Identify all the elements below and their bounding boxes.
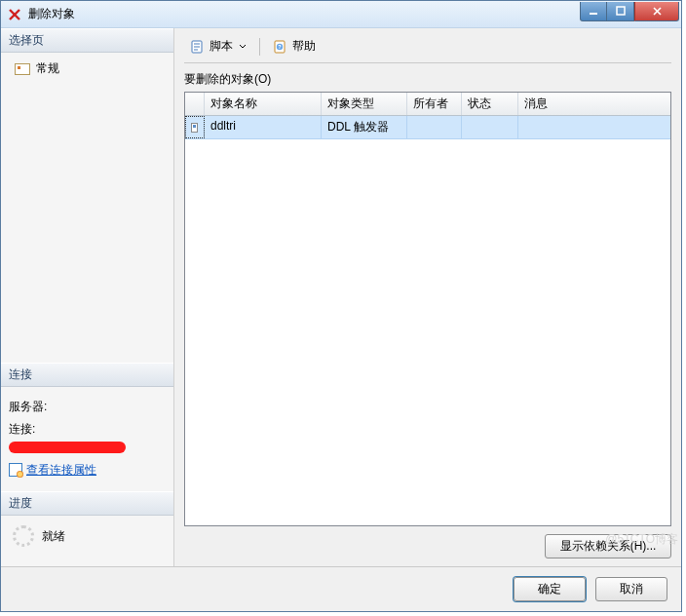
progress-body: 就绪 bbox=[1, 516, 173, 566]
help-button[interactable]: ? 帮助 bbox=[269, 36, 320, 57]
server-field: 服务器: bbox=[9, 399, 166, 415]
objects-grid[interactable]: 对象名称 对象类型 所有者 状态 消息 ddltri DDL 触发器 bbox=[184, 92, 671, 526]
window-controls bbox=[580, 2, 679, 21]
row-icon-cell bbox=[185, 116, 205, 138]
connection-header: 连接 bbox=[1, 363, 173, 387]
cell-name: ddltri bbox=[205, 116, 322, 138]
grid-header: 对象名称 对象类型 所有者 状态 消息 bbox=[185, 93, 670, 116]
sidebar: 选择页 常规 连接 服务器: 连接: bbox=[1, 28, 174, 566]
select-page-header: 选择页 bbox=[1, 28, 173, 53]
object-icon bbox=[191, 123, 198, 133]
cell-msg bbox=[518, 116, 670, 138]
maximize-button[interactable] bbox=[607, 2, 634, 21]
table-row[interactable]: ddltri DDL 触发器 bbox=[185, 116, 670, 139]
toolbar: 脚本 ? 帮助 bbox=[184, 34, 671, 63]
progress-spinner-icon bbox=[13, 525, 34, 547]
col-state[interactable]: 状态 bbox=[462, 93, 518, 115]
objects-to-delete-label: 要删除的对象(O) bbox=[184, 71, 671, 88]
chevron-down-icon bbox=[239, 43, 247, 51]
delete-object-dialog: 删除对象 选择页 常规 连接 服务器: 连接: bbox=[0, 0, 682, 612]
sidebar-item-label: 常规 bbox=[36, 60, 59, 77]
script-button[interactable]: 脚本 bbox=[186, 36, 250, 57]
properties-icon bbox=[9, 463, 22, 477]
help-icon: ? bbox=[273, 39, 288, 55]
link-label: 查看连接属性 bbox=[26, 462, 96, 479]
connection-value-redacted bbox=[9, 442, 126, 453]
dialog-body: 选择页 常规 连接 服务器: 连接: bbox=[1, 28, 681, 566]
dialog-footer: 确定 取消 bbox=[1, 566, 681, 611]
main-panel: 脚本 ? 帮助 要删除的对象(O) 对象名 bbox=[174, 28, 681, 566]
connection-label: 连接: bbox=[9, 421, 166, 438]
window-title: 删除对象 bbox=[28, 6, 580, 22]
toolbar-separator bbox=[259, 38, 260, 56]
close-button[interactable] bbox=[634, 2, 679, 21]
connection-body: 服务器: 连接: 查看连接属性 bbox=[1, 387, 173, 492]
minimize-button[interactable] bbox=[580, 2, 607, 21]
grid-footer: 显示依赖关系(H)... bbox=[184, 526, 671, 558]
cell-type: DDL 触发器 bbox=[322, 116, 407, 138]
sidebar-item-general[interactable]: 常规 bbox=[9, 58, 166, 79]
col-object-type[interactable]: 对象类型 bbox=[322, 93, 407, 115]
view-conn-props-row: 查看连接属性 bbox=[9, 462, 166, 481]
col-message[interactable]: 消息 bbox=[518, 93, 670, 115]
cell-state bbox=[462, 116, 518, 138]
svg-rect-3 bbox=[617, 7, 625, 15]
cell-owner bbox=[407, 116, 462, 138]
server-label: 服务器: bbox=[9, 399, 166, 415]
titlebar[interactable]: 删除对象 bbox=[1, 1, 681, 28]
col-object-name[interactable]: 对象名称 bbox=[205, 93, 322, 115]
page-list: 常规 bbox=[1, 53, 173, 363]
show-dependencies-button[interactable]: 显示依赖关系(H)... bbox=[545, 534, 671, 558]
col-icon[interactable] bbox=[185, 93, 205, 115]
script-label: 脚本 bbox=[210, 38, 233, 55]
svg-rect-2 bbox=[590, 13, 597, 15]
content-area: 要删除的对象(O) 对象名称 对象类型 所有者 状态 消息 ddlt bbox=[184, 71, 671, 558]
delete-icon bbox=[7, 7, 22, 22]
connection-field: 连接: bbox=[9, 421, 166, 456]
cancel-button[interactable]: 取消 bbox=[595, 577, 667, 601]
progress-status: 就绪 bbox=[42, 528, 65, 545]
script-icon bbox=[190, 39, 206, 55]
progress-header: 进度 bbox=[1, 491, 173, 516]
view-connection-properties-link[interactable]: 查看连接属性 bbox=[9, 462, 96, 479]
grid-body: ddltri DDL 触发器 bbox=[185, 116, 670, 525]
help-label: 帮助 bbox=[292, 38, 316, 55]
ok-button[interactable]: 确定 bbox=[514, 577, 586, 601]
col-owner[interactable]: 所有者 bbox=[407, 93, 462, 115]
page-icon bbox=[15, 63, 30, 75]
